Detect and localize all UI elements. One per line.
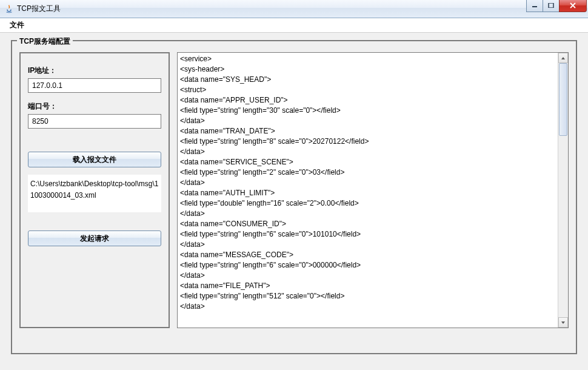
titlebar: TCP报文工具: [0, 0, 588, 18]
window-title: TCP报文工具: [17, 4, 527, 14]
java-icon: [4, 4, 14, 14]
scroll-thumb[interactable]: [559, 63, 567, 136]
group-title: TCP服务端配置: [17, 36, 73, 47]
payload-textarea-wrap: <service> <sys-header> <data name="SYS_H…: [177, 52, 569, 328]
close-button[interactable]: [559, 0, 587, 12]
port-label: 端口号：: [28, 101, 161, 112]
svg-rect-0: [532, 6, 537, 7]
minimize-button[interactable]: [526, 0, 543, 12]
ip-label: IP地址：: [28, 66, 161, 76]
load-file-button[interactable]: 载入报文文件: [28, 152, 161, 167]
right-panel: <service> <sys-header> <data name="SYS_H…: [177, 52, 569, 328]
payload-textarea[interactable]: <service> <sys-header> <data name="SYS_H…: [178, 53, 558, 328]
maximize-button[interactable]: [543, 0, 560, 12]
port-input[interactable]: [28, 114, 161, 129]
window-controls: [527, 0, 587, 12]
main-area: TCP服务端配置 IP地址： 端口号： 载入报文文件 C:\Users\tzba…: [0, 33, 588, 370]
scroll-down-arrow[interactable]: [558, 317, 568, 328]
svg-rect-1: [549, 3, 553, 8]
file-path-display: C:\Users\tzbank\Desktop\tcp-tool\msg\110…: [28, 175, 161, 212]
menu-file[interactable]: 文件: [5, 19, 29, 32]
config-group: TCP服务端配置 IP地址： 端口号： 载入报文文件 C:\Users\tzba…: [11, 40, 577, 354]
scroll-up-arrow[interactable]: [558, 53, 568, 63]
send-request-button[interactable]: 发起请求: [28, 230, 161, 246]
ip-input[interactable]: [28, 78, 161, 93]
vertical-scrollbar[interactable]: [558, 53, 568, 328]
left-panel: IP地址： 端口号： 载入报文文件 C:\Users\tzbank\Deskto…: [19, 52, 170, 328]
menubar: 文件: [0, 18, 588, 33]
scroll-track[interactable]: [558, 63, 568, 317]
